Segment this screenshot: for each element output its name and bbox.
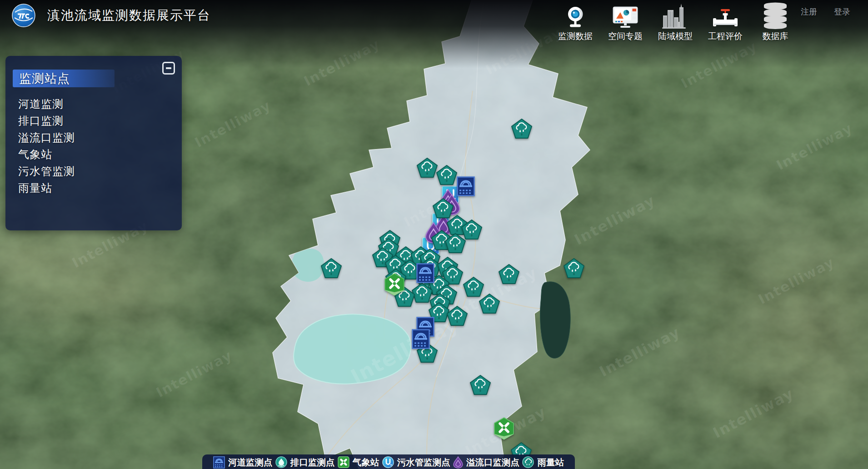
legend-item-river: 河道监测点 xyxy=(213,456,273,469)
nav-item-spatial-topics[interactable]: 空间专题 xyxy=(604,1,647,42)
login-link[interactable]: 登录 xyxy=(834,6,850,17)
panel-title[interactable]: 监测站点 xyxy=(13,70,115,87)
auth-links: 注册 登录 xyxy=(801,6,850,17)
legend-item-overflow: 溢流口监测点 xyxy=(453,456,519,469)
city-buildings-icon xyxy=(662,1,688,29)
marker-rain[interactable] xyxy=(479,294,500,315)
legend-item-outlet: 排口监测点 xyxy=(275,456,335,469)
sidebar-item-river-monitoring[interactable]: 河道监测 xyxy=(5,96,182,113)
nav-item-project-evaluation[interactable]: 工程评价 xyxy=(703,1,747,42)
marker-river[interactable] xyxy=(412,329,430,351)
sidebar-item-sewage-monitoring[interactable]: 污水管监测 xyxy=(5,163,182,180)
marker-rain[interactable] xyxy=(321,258,342,280)
nav-item-monitoring-data[interactable]: 监测数据 xyxy=(554,1,597,42)
minus-icon xyxy=(166,67,171,69)
sidebar-menu: 河道监测 排口监测 溢流口监测 气象站 污水管监测 雨量站 xyxy=(5,96,182,197)
monitor-chart-icon xyxy=(613,1,638,29)
webcam-icon xyxy=(564,1,587,29)
monitoring-stations-panel: 监测站点 河道监测 排口监测 溢流口监测 气象站 污水管监测 雨量站 xyxy=(5,56,182,230)
marker-weather[interactable] xyxy=(494,417,514,442)
marker-rain[interactable] xyxy=(445,233,466,255)
sidebar-item-overflow-monitoring[interactable]: 溢流口监测 xyxy=(5,130,182,146)
map-legend: 河道监测点 排口监测点 气象站 污水管监测点 xyxy=(202,454,575,469)
marker-rain[interactable] xyxy=(564,258,584,280)
nav-item-database[interactable]: 数据库 xyxy=(753,1,797,42)
register-link[interactable]: 注册 xyxy=(801,6,817,17)
weather-station-icon xyxy=(338,456,349,468)
legend-item-rain: 雨量站 xyxy=(522,456,564,469)
brand: 滇池流域监测数据展示平台 xyxy=(12,4,211,27)
marker-rain[interactable] xyxy=(436,165,457,187)
marker-rain[interactable] xyxy=(470,375,491,397)
panel-minimize-button[interactable] xyxy=(162,62,175,75)
legend-item-weather: 气象站 xyxy=(338,456,379,469)
sewage-pipe-icon xyxy=(382,456,394,468)
sidebar-item-weather-station[interactable]: 气象站 xyxy=(5,146,182,163)
outlet-station-icon xyxy=(275,456,287,468)
main-nav: 监测数据 空间专题 xyxy=(554,1,797,42)
page-title: 滇池流域监测数据展示平台 xyxy=(47,7,211,24)
pipe-valve-icon xyxy=(713,1,738,29)
marker-rain[interactable] xyxy=(499,264,519,286)
marker-rain[interactable] xyxy=(417,158,438,180)
overflow-station-icon xyxy=(453,456,463,469)
nav-item-land-model[interactable]: 陆域模型 xyxy=(653,1,697,42)
marker-river[interactable] xyxy=(416,263,434,285)
sidebar-item-outlet-monitoring[interactable]: 排口监测 xyxy=(5,113,182,130)
marker-river[interactable] xyxy=(457,176,475,198)
legend-item-sewage: 污水管监测点 xyxy=(382,456,450,469)
river-station-icon xyxy=(213,456,225,469)
marker-rain[interactable] xyxy=(511,119,532,140)
database-icon xyxy=(763,1,788,29)
rain-gauge-icon xyxy=(522,456,534,468)
marker-rain[interactable] xyxy=(447,306,468,328)
marker-weather[interactable] xyxy=(384,273,405,298)
sidebar-item-rain-gauge[interactable]: 雨量站 xyxy=(5,180,182,197)
globe-swoosh-logo xyxy=(12,4,35,27)
